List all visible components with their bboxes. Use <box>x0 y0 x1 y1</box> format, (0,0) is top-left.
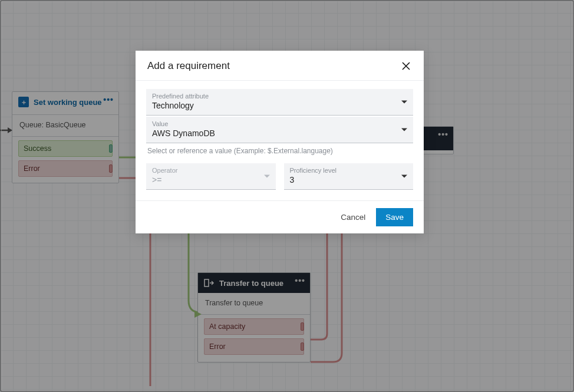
close-icon <box>402 62 410 70</box>
value-select[interactable]: Value AWS DynamoDB <box>146 117 413 143</box>
field-value: AWS DynamoDB <box>152 129 407 138</box>
predefined-attribute-select[interactable]: Predefined attribute Technology <box>146 89 413 116</box>
field-label: Operator <box>152 167 270 174</box>
proficiency-level-select[interactable]: Proficiency level 3 <box>284 163 414 190</box>
helper-text: Select or reference a value (Example: $.… <box>147 147 412 155</box>
operator-select[interactable]: Operator >= <box>146 163 276 190</box>
add-requirement-modal: Add a requirement Predefined attribute T… <box>136 51 424 233</box>
field-label: Value <box>152 120 407 127</box>
field-label: Predefined attribute <box>152 93 407 100</box>
modal-title: Add a requirement <box>147 60 230 72</box>
field-value: >= <box>152 175 270 185</box>
cancel-button[interactable]: Cancel <box>338 209 368 225</box>
chevron-down-icon <box>401 129 407 131</box>
field-value: 3 <box>290 175 408 185</box>
close-button[interactable] <box>400 60 412 72</box>
field-label: Proficiency level <box>290 167 408 174</box>
field-value: Technology <box>152 101 407 110</box>
chevron-down-icon <box>401 101 407 104</box>
save-button[interactable]: Save <box>376 208 413 226</box>
chevron-down-icon <box>264 175 270 178</box>
chevron-down-icon <box>401 175 407 178</box>
